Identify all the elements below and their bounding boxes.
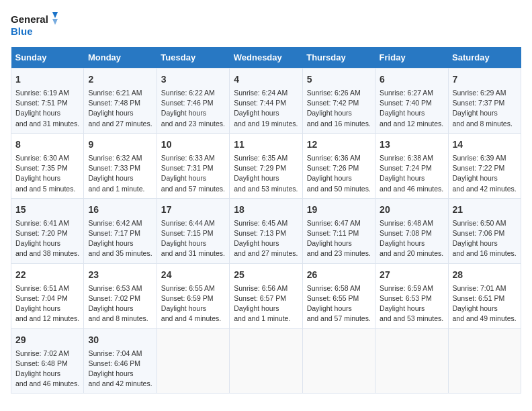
day-number: 14: [453, 138, 517, 152]
day-number: 6: [380, 73, 443, 87]
day-info: Sunrise: 6:53 AMSunset: 7:02 PMDaylight …: [88, 283, 152, 324]
day-number: 2: [88, 73, 152, 87]
day-info: Sunrise: 6:29 AMSunset: 7:37 PMDaylight …: [453, 88, 517, 129]
day-info: Sunrise: 6:50 AMSunset: 7:06 PMDaylight …: [453, 218, 517, 259]
day-number: 12: [307, 138, 371, 152]
day-info: Sunrise: 6:32 AMSunset: 7:33 PMDaylight …: [88, 153, 152, 194]
calendar-cell: 14Sunrise: 6:39 AMSunset: 7:22 PMDayligh…: [448, 133, 521, 198]
day-info: Sunrise: 6:24 AMSunset: 7:44 PMDaylight …: [234, 88, 298, 129]
calendar-cell: [375, 328, 448, 394]
day-number: 19: [307, 203, 371, 217]
day-info: Sunrise: 6:48 AMSunset: 7:08 PMDaylight …: [380, 218, 443, 259]
calendar-cell: 17Sunrise: 6:44 AMSunset: 7:15 PMDayligh…: [157, 198, 229, 263]
day-number: 18: [234, 203, 298, 217]
calendar-cell: 10Sunrise: 6:33 AMSunset: 7:31 PMDayligh…: [157, 133, 229, 198]
day-info: Sunrise: 6:30 AMSunset: 7:35 PMDaylight …: [15, 153, 79, 194]
calendar-cell: 13Sunrise: 6:38 AMSunset: 7:24 PMDayligh…: [375, 133, 448, 198]
day-number: 5: [307, 73, 371, 87]
day-number: 8: [15, 138, 79, 152]
svg-marker-2: [52, 12, 58, 18]
day-info: Sunrise: 6:44 AMSunset: 7:15 PMDaylight …: [161, 218, 225, 259]
day-info: Sunrise: 6:22 AMSunset: 7:46 PMDaylight …: [161, 88, 225, 129]
calendar-cell: 26Sunrise: 6:58 AMSunset: 6:55 PMDayligh…: [302, 263, 375, 328]
calendar-cell: 16Sunrise: 6:42 AMSunset: 7:17 PMDayligh…: [84, 198, 157, 263]
day-info: Sunrise: 7:04 AMSunset: 6:46 PMDaylight …: [88, 349, 152, 390]
day-info: Sunrise: 6:47 AMSunset: 7:11 PMDaylight …: [307, 218, 371, 259]
day-number: 22: [15, 268, 79, 282]
day-number: 3: [161, 73, 225, 87]
calendar-cell: 1Sunrise: 6:19 AMSunset: 7:51 PMDaylight…: [11, 68, 84, 134]
calendar-cell: 7Sunrise: 6:29 AMSunset: 7:37 PMDaylight…: [448, 68, 521, 134]
logo-svg: General Blue: [11, 11, 58, 39]
calendar-cell: 12Sunrise: 6:36 AMSunset: 7:26 PMDayligh…: [302, 133, 375, 198]
svg-marker-3: [52, 19, 58, 25]
calendar-week-row: 29Sunrise: 7:02 AMSunset: 6:48 PMDayligh…: [11, 328, 521, 394]
header: General Blue: [11, 11, 521, 39]
calendar-table: SundayMondayTuesdayWednesdayThursdayFrid…: [11, 47, 521, 394]
weekday-header-saturday: Saturday: [448, 47, 521, 68]
calendar-week-row: 1Sunrise: 6:19 AMSunset: 7:51 PMDaylight…: [11, 68, 521, 134]
day-info: Sunrise: 6:26 AMSunset: 7:42 PMDaylight …: [307, 88, 371, 129]
calendar-cell: 15Sunrise: 6:41 AMSunset: 7:20 PMDayligh…: [11, 198, 84, 263]
calendar-week-row: 8Sunrise: 6:30 AMSunset: 7:35 PMDaylight…: [11, 133, 521, 198]
logo: General Blue: [11, 11, 58, 39]
day-number: 29: [15, 333, 79, 347]
calendar-cell: 24Sunrise: 6:55 AMSunset: 6:59 PMDayligh…: [157, 263, 229, 328]
calendar-week-row: 15Sunrise: 6:41 AMSunset: 7:20 PMDayligh…: [11, 198, 521, 263]
day-number: 26: [307, 268, 371, 282]
day-number: 25: [234, 268, 298, 282]
weekday-header-thursday: Thursday: [302, 47, 375, 68]
day-info: Sunrise: 6:51 AMSunset: 7:04 PMDaylight …: [15, 283, 79, 324]
day-info: Sunrise: 6:19 AMSunset: 7:51 PMDaylight …: [15, 88, 79, 129]
day-number: 24: [161, 268, 225, 282]
day-info: Sunrise: 6:42 AMSunset: 7:17 PMDaylight …: [88, 218, 152, 259]
day-number: 10: [161, 138, 225, 152]
day-info: Sunrise: 6:36 AMSunset: 7:26 PMDaylight …: [307, 153, 371, 194]
calendar-cell: [302, 328, 375, 394]
calendar-cell: 19Sunrise: 6:47 AMSunset: 7:11 PMDayligh…: [302, 198, 375, 263]
day-number: 11: [234, 138, 298, 152]
day-info: Sunrise: 7:01 AMSunset: 6:51 PMDaylight …: [453, 283, 517, 324]
day-number: 9: [88, 138, 152, 152]
calendar-cell: 18Sunrise: 6:45 AMSunset: 7:13 PMDayligh…: [230, 198, 302, 263]
weekday-header-friday: Friday: [375, 47, 448, 68]
svg-text:General: General: [11, 13, 48, 25]
day-info: Sunrise: 6:55 AMSunset: 6:59 PMDaylight …: [161, 283, 225, 324]
calendar-cell: 4Sunrise: 6:24 AMSunset: 7:44 PMDaylight…: [230, 68, 302, 134]
day-number: 4: [234, 73, 298, 87]
day-info: Sunrise: 6:27 AMSunset: 7:40 PMDaylight …: [380, 88, 443, 129]
day-number: 16: [88, 203, 152, 217]
calendar-cell: 2Sunrise: 6:21 AMSunset: 7:48 PMDaylight…: [84, 68, 157, 134]
calendar-cell: 20Sunrise: 6:48 AMSunset: 7:08 PMDayligh…: [375, 198, 448, 263]
calendar-cell: 21Sunrise: 6:50 AMSunset: 7:06 PMDayligh…: [448, 198, 521, 263]
day-info: Sunrise: 6:39 AMSunset: 7:22 PMDaylight …: [453, 153, 517, 194]
calendar-cell: 3Sunrise: 6:22 AMSunset: 7:46 PMDaylight…: [157, 68, 229, 134]
day-info: Sunrise: 6:58 AMSunset: 6:55 PMDaylight …: [307, 283, 371, 324]
calendar-cell: [448, 328, 521, 394]
calendar-cell: 28Sunrise: 7:01 AMSunset: 6:51 PMDayligh…: [448, 263, 521, 328]
day-info: Sunrise: 6:41 AMSunset: 7:20 PMDaylight …: [15, 218, 79, 259]
calendar-cell: 8Sunrise: 6:30 AMSunset: 7:35 PMDaylight…: [11, 133, 84, 198]
day-info: Sunrise: 7:02 AMSunset: 6:48 PMDaylight …: [15, 349, 79, 390]
day-number: 15: [15, 203, 79, 217]
day-info: Sunrise: 6:56 AMSunset: 6:57 PMDaylight …: [234, 283, 298, 324]
calendar-cell: 6Sunrise: 6:27 AMSunset: 7:40 PMDaylight…: [375, 68, 448, 134]
calendar-week-row: 22Sunrise: 6:51 AMSunset: 7:04 PMDayligh…: [11, 263, 521, 328]
weekday-header-sunday: Sunday: [11, 47, 84, 68]
day-number: 23: [88, 268, 152, 282]
calendar-cell: [230, 328, 302, 394]
day-number: 20: [380, 203, 443, 217]
calendar-cell: 11Sunrise: 6:35 AMSunset: 7:29 PMDayligh…: [230, 133, 302, 198]
calendar-cell: 5Sunrise: 6:26 AMSunset: 7:42 PMDaylight…: [302, 68, 375, 134]
calendar-cell: 30Sunrise: 7:04 AMSunset: 6:46 PMDayligh…: [84, 328, 157, 394]
calendar-cell: 25Sunrise: 6:56 AMSunset: 6:57 PMDayligh…: [230, 263, 302, 328]
svg-text:Blue: Blue: [11, 26, 33, 37]
weekday-header-wednesday: Wednesday: [230, 47, 302, 68]
calendar-cell: 27Sunrise: 6:59 AMSunset: 6:53 PMDayligh…: [375, 263, 448, 328]
day-number: 13: [380, 138, 443, 152]
calendar-cell: [157, 328, 229, 394]
day-number: 30: [88, 333, 152, 347]
day-number: 27: [380, 268, 443, 282]
weekday-header-tuesday: Tuesday: [157, 47, 229, 68]
weekday-header-monday: Monday: [84, 47, 157, 68]
